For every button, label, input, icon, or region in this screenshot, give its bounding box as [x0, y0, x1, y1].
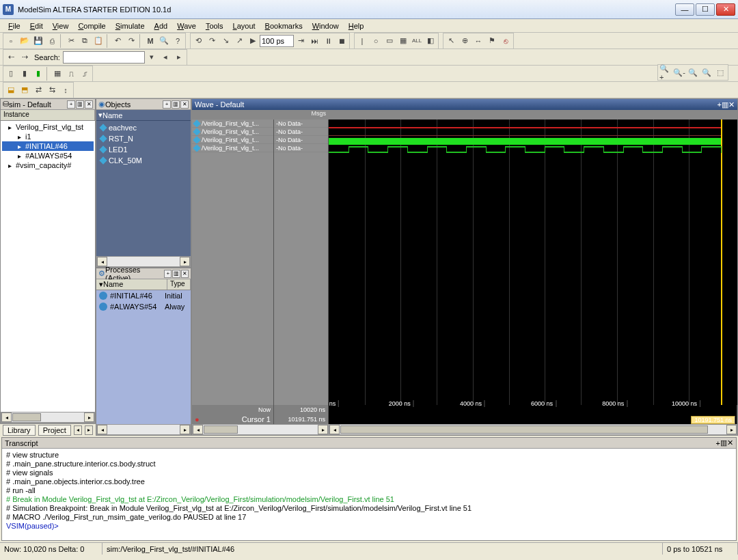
sim-tree-item[interactable]: ▸i1 [2, 132, 94, 141]
menu-wave[interactable]: Wave [173, 20, 200, 31]
objects-list[interactable]: eachvecRST_NLED1CLK_50M [96, 121, 191, 256]
nav2-icon[interactable]: ⇢ [18, 51, 31, 64]
zoom-in-icon[interactable]: 🔍+ [659, 66, 672, 79]
objects-hscroll[interactable]: ◂▸ [96, 256, 191, 267]
panel-max-icon[interactable]: ▥ [722, 100, 728, 109]
step-into-icon[interactable]: ↘ [219, 34, 232, 48]
wfmt6-icon[interactable]: ⎎ [78, 67, 92, 81]
processes-list[interactable]: #INITIAL#46Initial#ALWAYS#54Alway [96, 290, 191, 424]
ex1-icon[interactable]: ⬓ [4, 83, 18, 97]
paste-icon[interactable]: 📋 [92, 34, 105, 48]
sim-tree-item[interactable]: ▸Verilog_First_vlg_tst [2, 122, 94, 132]
nav1-icon[interactable]: ⇠ [4, 51, 18, 64]
stop-icon[interactable]: ⏹ [335, 34, 348, 48]
mode1-icon[interactable]: | [355, 34, 369, 48]
wave-signal-name[interactable]: /Verilog_First_vlg_t... [192, 136, 273, 144]
tab-library[interactable]: Library [3, 425, 36, 436]
panel-dock-icon[interactable]: + [163, 100, 171, 109]
search-prev-icon[interactable]: ◂ [159, 51, 172, 64]
wave-signal-names[interactable]: /Verilog_First_vlg_t.../Verilog_First_vl… [192, 120, 274, 405]
menu-window[interactable]: Window [308, 20, 343, 31]
menu-simulate[interactable]: Simulate [111, 20, 149, 31]
sim-tree[interactable]: ▸Verilog_First_vlg_tst▸i1▸#INITIAL#46▸#A… [1, 121, 95, 412]
mode6-icon[interactable]: ◧ [424, 34, 437, 48]
tab-scroll-right-icon[interactable]: ▸ [85, 425, 93, 435]
object-item[interactable]: LED1 [98, 144, 189, 155]
panel-max-icon[interactable]: ▥ [76, 100, 84, 109]
zoom-full-icon[interactable]: 🔍 [686, 66, 700, 79]
mode4-icon[interactable]: ▦ [396, 34, 410, 48]
cursor-icon[interactable]: ⊕ [458, 34, 472, 48]
mode3-icon[interactable]: ▭ [383, 34, 396, 48]
mode2-icon[interactable]: ○ [369, 34, 383, 48]
run-time-input[interactable] [260, 35, 294, 47]
transcript-body[interactable]: # view structure# .main_pane.structure.i… [2, 449, 736, 540]
cut-icon[interactable]: ✂ [64, 34, 78, 48]
sim-tree-item[interactable]: ▸#vsim_capacity# [2, 160, 94, 170]
wave-signal-name[interactable]: /Verilog_First_vlg_t... [192, 120, 273, 128]
wave-signal-name[interactable]: /Verilog_First_vlg_t... [192, 128, 273, 136]
step-over-icon[interactable]: ↷ [205, 34, 219, 48]
break-icon[interactable]: ⏸ [321, 34, 335, 48]
exit-icon[interactable]: ⎋ [499, 34, 512, 48]
panel-close-icon[interactable]: ✕ [181, 270, 189, 278]
zoom-out-icon[interactable]: 🔍- [672, 66, 686, 79]
panel-max-icon[interactable]: ▥ [172, 270, 180, 278]
wfmt5-icon[interactable]: ⎍ [64, 67, 78, 81]
minimize-button[interactable]: — [675, 3, 694, 16]
menu-file[interactable]: File [4, 20, 25, 31]
panel-max-icon[interactable]: ▥ [172, 100, 180, 109]
tab-scroll-left-icon[interactable]: ◂ [74, 425, 82, 435]
wfmt1-icon[interactable]: ▯ [4, 67, 18, 81]
bookmark-icon[interactable]: ⚑ [485, 34, 499, 48]
find-icon[interactable]: 🔍 [157, 34, 171, 48]
menu-bookmarks[interactable]: Bookmarks [261, 20, 307, 31]
wave-cursor-line[interactable] [721, 120, 722, 405]
menu-add[interactable]: Add [150, 20, 172, 31]
search-next-icon[interactable]: ▸ [172, 51, 186, 64]
zoom-range-icon[interactable]: ⬚ [713, 66, 727, 79]
open-icon[interactable]: 📂 [18, 34, 31, 48]
restart-icon[interactable]: ⟲ [191, 34, 205, 48]
undo-icon[interactable]: ↶ [111, 34, 124, 48]
mem-icon[interactable]: M [144, 34, 157, 48]
menu-tools[interactable]: Tools [202, 20, 228, 31]
tab-project[interactable]: Project [38, 425, 71, 436]
menu-help[interactable]: Help [344, 20, 368, 31]
run-step-icon[interactable]: ⇥ [294, 34, 308, 48]
close-button[interactable]: ✕ [716, 3, 735, 16]
wfmt4-icon[interactable]: ▦ [51, 67, 64, 81]
maximize-button[interactable]: ☐ [696, 3, 715, 16]
panel-close-icon[interactable]: ✕ [728, 100, 735, 109]
object-item[interactable]: eachvec [98, 122, 189, 133]
sim-tree-item[interactable]: ▸#INITIAL#46 [2, 141, 94, 151]
zoom-cursor-icon[interactable]: 🔍 [700, 66, 713, 79]
panel-max-icon[interactable]: ▥ [720, 438, 727, 447]
object-item[interactable]: RST_N [98, 133, 189, 144]
processes-hscroll[interactable]: ◂▸ [96, 424, 191, 435]
redo-icon[interactable]: ↷ [124, 34, 138, 48]
step-out-icon[interactable]: ↗ [232, 34, 246, 48]
pointer-icon[interactable]: ↖ [444, 34, 458, 48]
panel-dock-icon[interactable]: + [164, 270, 172, 278]
menu-compile[interactable]: Compile [74, 20, 109, 31]
search-dropdown-icon[interactable]: ▾ [145, 51, 159, 64]
wave-plot-hscroll[interactable]: ◂▸ [329, 424, 737, 435]
ex5-icon[interactable]: ↕ [59, 83, 72, 97]
panel-dock-icon[interactable]: + [67, 100, 75, 109]
sim-hscroll[interactable]: ◂▸ [1, 412, 95, 423]
run-all-icon[interactable]: ⏭ [308, 34, 321, 48]
ex3-icon[interactable]: ⇄ [31, 83, 45, 97]
search-input[interactable] [63, 51, 145, 64]
copy-icon[interactable]: ⧉ [78, 34, 92, 48]
process-item[interactable]: #INITIAL#46Initial [96, 290, 191, 301]
ex2-icon[interactable]: ⬒ [18, 83, 31, 97]
wfmt2-icon[interactable]: ▮ [18, 67, 31, 81]
ex4-icon[interactable]: ⇆ [45, 83, 59, 97]
help-icon[interactable]: ? [171, 34, 184, 48]
run-icon[interactable]: ▶ [246, 34, 260, 48]
print-icon[interactable]: ⎙ [45, 34, 59, 48]
process-item[interactable]: #ALWAYS#54Alway [96, 301, 191, 312]
panel-close-icon[interactable]: ✕ [727, 438, 733, 447]
panel-close-icon[interactable]: ✕ [180, 100, 189, 109]
